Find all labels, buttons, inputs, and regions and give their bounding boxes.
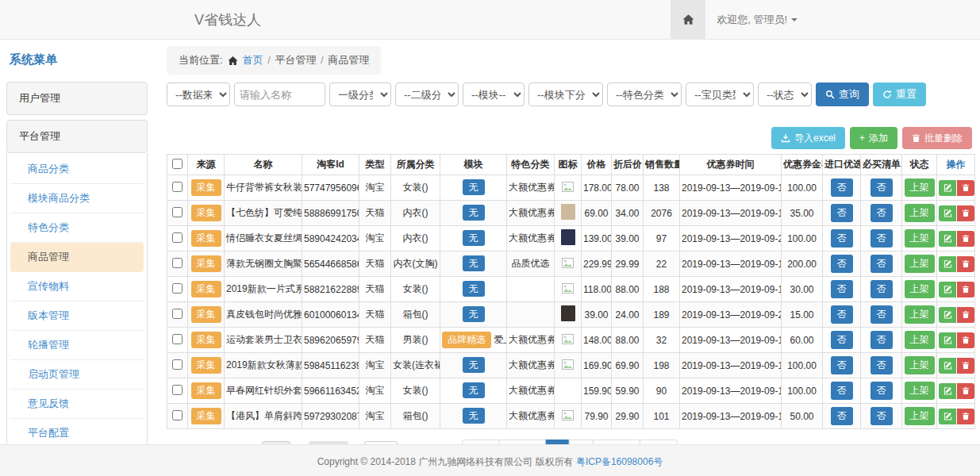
status-button[interactable]: 上架 (905, 382, 935, 400)
must-buy-toggle[interactable]: 否 (870, 280, 893, 298)
page-button-上一页[interactable]: 上一页 (498, 440, 546, 445)
status-button[interactable]: 上架 (905, 331, 935, 349)
home-button[interactable] (671, 0, 705, 40)
filter-select-module-sub-category[interactable]: --模块下分类-- (528, 83, 603, 106)
must-buy-toggle[interactable]: 否 (870, 178, 893, 197)
must-buy-toggle[interactable]: 否 (870, 229, 893, 248)
sidebar-item[interactable]: 版本管理 (10, 301, 144, 331)
page-button-首页[interactable]: 首页 (461, 440, 499, 445)
delete-button[interactable] (957, 180, 974, 196)
status-button[interactable]: 上架 (905, 356, 935, 374)
delete-button[interactable] (957, 307, 974, 323)
delete-button[interactable] (957, 358, 974, 374)
imported-toggle[interactable]: 否 (831, 407, 853, 425)
filter-select-level1-category[interactable]: 一级分类 (329, 83, 391, 106)
sidebar-item[interactable]: 商品分类 (10, 155, 144, 184)
must-buy-toggle[interactable]: 否 (870, 255, 893, 273)
jump-button[interactable]: 跳转到 (309, 441, 348, 445)
import-excel-button[interactable]: 导入excel (771, 127, 845, 149)
sidebar-section-1[interactable]: 平台管理 (6, 120, 148, 153)
page-button-1[interactable]: 1 (545, 440, 570, 445)
edit-button[interactable] (939, 180, 956, 196)
delete-button[interactable] (957, 282, 974, 298)
row-checkbox[interactable] (172, 309, 183, 319)
status-button[interactable]: 上架 (905, 305, 935, 324)
imported-toggle[interactable]: 否 (831, 280, 853, 298)
edit-button[interactable] (939, 383, 956, 399)
status-button[interactable]: 上架 (905, 255, 935, 273)
row-checkbox[interactable] (172, 232, 183, 243)
imported-toggle[interactable]: 否 (831, 382, 853, 400)
user-menu[interactable]: 欢迎您, 管理员! (717, 13, 797, 27)
reset-button[interactable]: 重置 (873, 83, 926, 106)
row-checkbox[interactable] (172, 359, 183, 370)
page-button-末页[interactable]: 末页 (640, 440, 678, 445)
must-buy-toggle[interactable]: 否 (870, 356, 893, 374)
sidebar-item[interactable]: 意见反馈 (10, 390, 144, 419)
must-buy-toggle[interactable]: 否 (870, 382, 893, 400)
delete-button[interactable] (957, 231, 974, 247)
row-checkbox[interactable] (172, 410, 183, 420)
row-checkbox[interactable] (172, 182, 183, 192)
sidebar-item[interactable]: 宣传物料 (10, 272, 144, 301)
filter-input-name-search[interactable] (234, 83, 325, 106)
status-button[interactable]: 上架 (905, 229, 935, 248)
filter-select-status[interactable]: --状态-- (758, 83, 812, 106)
edit-button[interactable] (939, 409, 956, 424)
row-checkbox[interactable] (172, 334, 183, 344)
filter-select-module[interactable]: --模块-- (463, 83, 525, 106)
status-button[interactable]: 上架 (905, 178, 935, 197)
add-button[interactable]: + 添加 (850, 127, 897, 149)
edit-button[interactable] (939, 307, 956, 323)
edit-button[interactable] (939, 282, 956, 298)
select-all-checkbox[interactable] (172, 159, 183, 169)
delete-button[interactable] (957, 205, 974, 221)
filter-select-data-source[interactable]: --数据来源-- (167, 83, 230, 106)
sidebar-section-0[interactable]: 用户管理 (6, 82, 148, 115)
status-button[interactable]: 上架 (905, 204, 935, 222)
row-checkbox[interactable] (172, 258, 183, 268)
filter-select-level2-category[interactable]: --二级分类-- (395, 83, 459, 106)
edit-button[interactable] (939, 332, 956, 348)
edit-button[interactable] (939, 231, 956, 247)
page-button-下一页[interactable]: 下一页 (593, 440, 640, 445)
imported-toggle[interactable]: 否 (831, 356, 853, 374)
imported-toggle[interactable]: 否 (831, 229, 853, 248)
edit-button[interactable] (939, 256, 956, 272)
sidebar-item[interactable]: 特色分类 (10, 213, 144, 243)
imported-toggle[interactable]: 否 (831, 305, 853, 324)
sidebar-item[interactable]: 轮播管理 (10, 331, 144, 360)
imported-toggle[interactable]: 否 (831, 331, 853, 349)
breadcrumb-link-home[interactable]: 首页 (243, 54, 263, 66)
delete-button[interactable] (957, 256, 974, 272)
batch-delete-button[interactable]: 批量删除 (902, 127, 972, 149)
delete-button[interactable] (957, 383, 974, 399)
delete-button[interactable] (957, 332, 974, 348)
search-button[interactable]: 查询 (816, 83, 869, 106)
per-page-select[interactable]: 10 (262, 441, 290, 445)
page-button-2[interactable]: 2 (569, 440, 594, 445)
must-buy-toggle[interactable]: 否 (870, 407, 893, 425)
status-button[interactable]: 上架 (905, 280, 935, 298)
edit-button[interactable] (939, 205, 956, 221)
sidebar-item[interactable]: 商品管理 (10, 243, 144, 272)
icp-link[interactable]: 粤ICP备16098006号 (576, 456, 663, 467)
row-checkbox[interactable] (172, 283, 183, 294)
page-number-input[interactable] (364, 441, 398, 445)
row-checkbox[interactable] (172, 385, 183, 395)
filter-select-item-type[interactable]: --宝贝类型-- (686, 83, 754, 106)
must-buy-toggle[interactable]: 否 (870, 305, 893, 324)
status-button[interactable]: 上架 (905, 407, 935, 425)
edit-button[interactable] (939, 358, 956, 374)
sidebar-item[interactable]: 模块商品分类 (10, 184, 144, 213)
must-buy-toggle[interactable]: 否 (870, 204, 893, 222)
filter-select-feature-category[interactable]: --特色分类-- (607, 83, 682, 106)
must-buy-toggle[interactable]: 否 (870, 331, 893, 349)
delete-button[interactable] (957, 409, 974, 424)
imported-toggle[interactable]: 否 (831, 204, 853, 222)
imported-toggle[interactable]: 否 (831, 255, 853, 273)
sidebar-item[interactable]: 平台配置 (10, 419, 144, 444)
row-checkbox[interactable] (172, 207, 183, 217)
sidebar-item[interactable]: 启动页管理 (10, 360, 144, 390)
imported-toggle[interactable]: 否 (831, 178, 853, 197)
